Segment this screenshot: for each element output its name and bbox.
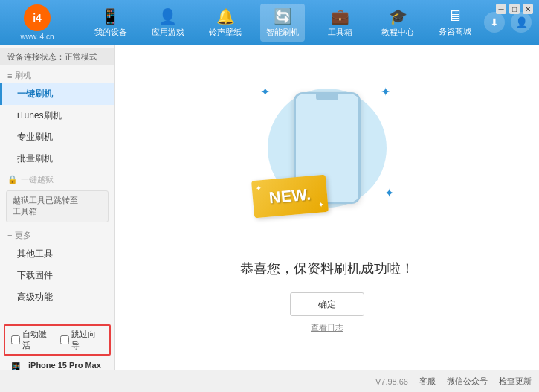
nav-service[interactable]: 🖥 务咨商城 <box>433 4 477 41</box>
jailbreak-section-label: 🔒 一键越狱 <box>0 170 114 187</box>
minimize-button[interactable]: ─ <box>496 4 506 14</box>
sidebar-itunes-flash[interactable]: iTunes刷机 <box>0 105 114 126</box>
flash-section-label: ≡ 刷机 <box>0 65 114 83</box>
pro-flash-label: 专业刷机 <box>17 132 53 142</box>
nav-tutorials-label: 教程中心 <box>381 27 414 38</box>
my-device-icon: 📱 <box>101 7 120 25</box>
nav-apps-games[interactable]: 👤 应用游戏 <box>146 4 190 42</box>
jailbreak-lock-icon: 🔒 <box>7 175 18 184</box>
mode-label: 设备连接状态：正常模式 <box>7 51 97 62</box>
logo-area: i4 www.i4.cn <box>7 4 67 41</box>
sparkle-1: ✦ <box>260 85 270 99</box>
maximize-button[interactable]: □ <box>509 4 520 14</box>
nav-ringtones[interactable]: 🔔 铃声壁纸 <box>203 4 248 42</box>
device-details: iPhone 15 Pro Max 512GB iPhone <box>28 361 101 370</box>
batch-flash-label: 批量刷机 <box>17 153 53 164</box>
success-message: 恭喜您，保资料刷机成功啦！ <box>240 260 414 277</box>
user-button[interactable]: 👤 <box>511 12 532 33</box>
nav-service-label: 务咨商城 <box>439 26 471 37</box>
log-link[interactable]: 查看日志 <box>311 322 343 333</box>
mode-bar: 设备连接状态：正常模式 <box>0 48 114 65</box>
confirm-button[interactable]: 确定 <box>290 292 364 316</box>
device-info: 📱 iPhone 15 Pro Max 512GB iPhone <box>0 357 114 370</box>
nav-bar: 📱 我的设备 👤 应用游戏 🔔 铃声壁纸 🔄 智能刷机 💼 工具箱 🎓 <box>82 4 484 42</box>
sidebar-other-tools[interactable]: 其他工具 <box>0 243 114 265</box>
sidebar-advanced[interactable]: 高级功能 <box>0 286 114 308</box>
footer: V7.98.66 客服 微信公众号 检查更新 <box>0 370 539 392</box>
nav-ringtones-label: 铃声壁纸 <box>209 27 242 38</box>
auto-activate-checkbox[interactable] <box>11 335 20 344</box>
nav-my-device-label: 我的设备 <box>94 27 127 38</box>
flash-section-text: 刷机 <box>15 70 31 81</box>
itunes-flash-label: iTunes刷机 <box>17 110 62 121</box>
download-firmware-label: 下载固件 <box>17 270 53 280</box>
jailbreak-section-text: 一键越狱 <box>21 174 54 185</box>
apps-games-icon: 👤 <box>158 7 177 25</box>
service-icon: 🖥 <box>448 7 462 25</box>
main-layout: 设备连接状态：正常模式 ≡ 刷机 一键刷机 iTunes刷机 专业刷机 批量刷机… <box>0 45 539 370</box>
smart-flash-icon: 🔄 <box>274 7 292 25</box>
sidebar-batch-flash[interactable]: 批量刷机 <box>0 148 114 170</box>
sparkle-2: ✦ <box>381 85 390 99</box>
sidebar-download-firmware[interactable]: 下载固件 <box>0 265 114 286</box>
skip-guide-label: 跳过向导 <box>71 329 103 351</box>
sidebar: 设备连接状态：正常模式 ≡ 刷机 一键刷机 iTunes刷机 专业刷机 批量刷机… <box>0 45 115 370</box>
nav-my-device[interactable]: 📱 我的设备 <box>88 4 133 42</box>
phone-illustration: ✦ ✦ ✦ NEW. ✦ ✦ <box>253 81 401 245</box>
nav-toolbox[interactable]: 💼 工具箱 <box>318 4 363 42</box>
footer-customer-service[interactable]: 客服 <box>419 376 436 387</box>
toolbox-icon: 💼 <box>331 7 349 25</box>
ringtones-icon: 🔔 <box>216 7 235 25</box>
nav-toolbox-label: 工具箱 <box>328 27 352 38</box>
phone-notch <box>316 94 338 100</box>
badge-star-2: ✦ <box>318 200 325 209</box>
more-section-icon: ≡ <box>7 231 12 240</box>
more-section-text: 更多 <box>15 230 31 241</box>
sparkle-3: ✦ <box>384 186 394 200</box>
one-key-flash-label: 一键刷机 <box>17 89 53 99</box>
badge-star-1: ✦ <box>255 184 262 193</box>
jailbreak-warning-text: 越狱工具已跳转至工具箱 <box>13 196 78 216</box>
nav-smart-flash-label: 智能刷机 <box>266 27 299 38</box>
new-badge: NEW. ✦ ✦ <box>251 175 329 219</box>
flash-section-icon: ≡ <box>7 71 12 80</box>
skip-guide-checkbox-label[interactable]: 跳过向导 <box>60 329 103 351</box>
auto-activate-label: 自动激活 <box>22 329 54 351</box>
header: i4 www.i4.cn 📱 我的设备 👤 应用游戏 🔔 铃声壁纸 🔄 智能刷机… <box>0 0 539 45</box>
device-phone-icon: 📱 <box>7 361 24 370</box>
download-button[interactable]: ⬇ <box>484 12 505 33</box>
advanced-label: 高级功能 <box>17 292 53 302</box>
nav-tutorials[interactable]: 🎓 教程中心 <box>375 4 420 42</box>
version-text: V7.98.66 <box>375 377 408 386</box>
tutorials-icon: 🎓 <box>389 7 407 25</box>
footer-wechat[interactable]: 微信公众号 <box>447 376 488 387</box>
footer-check-update[interactable]: 检查更新 <box>499 376 532 387</box>
sidebar-one-key-flash[interactable]: 一键刷机 <box>0 83 114 105</box>
header-right: ⬇ 👤 <box>484 12 532 33</box>
logo-subtitle: www.i4.cn <box>20 33 54 41</box>
auto-activate-row: 自动激活 跳过向导 <box>4 324 111 356</box>
logo-icon: i4 <box>24 4 51 31</box>
footer-right: V7.98.66 客服 微信公众号 检查更新 <box>375 376 532 387</box>
close-button[interactable]: ✕ <box>523 4 533 14</box>
nav-apps-games-label: 应用游戏 <box>152 27 184 38</box>
window-controls: ─ □ ✕ <box>496 4 533 14</box>
auto-activate-checkbox-label[interactable]: 自动激活 <box>11 329 54 351</box>
other-tools-label: 其他工具 <box>17 248 53 259</box>
device-name: iPhone 15 Pro Max <box>28 361 101 370</box>
sidebar-pro-flash[interactable]: 专业刷机 <box>0 126 114 148</box>
skip-guide-checkbox[interactable] <box>60 335 69 344</box>
nav-smart-flash[interactable]: 🔄 智能刷机 <box>260 4 305 42</box>
content-area: ✦ ✦ ✦ NEW. ✦ ✦ 恭喜您，保资料刷机成功啦！ 确定 查看日志 <box>115 45 539 370</box>
jailbreak-warning: 越狱工具已跳转至工具箱 <box>6 190 109 222</box>
new-badge-text: NEW. <box>268 185 312 208</box>
more-section-label: ≡ 更多 <box>0 225 114 243</box>
